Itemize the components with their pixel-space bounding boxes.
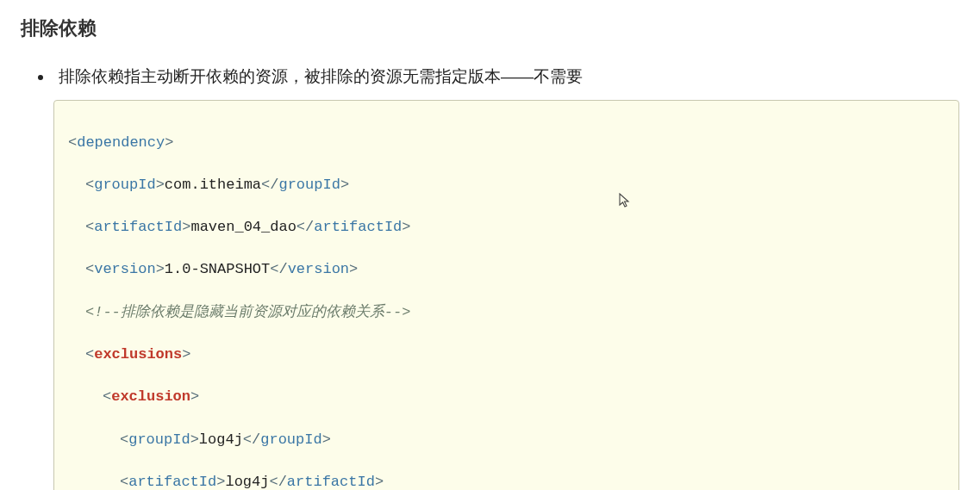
tag-artifactId: artifactId bbox=[94, 219, 182, 235]
tag-dependency: dependency bbox=[77, 134, 165, 151]
code-line: <artifactId>log4j</artifactId> bbox=[68, 472, 945, 490]
tag-exclusion: exclusion bbox=[111, 388, 190, 405]
code-line: <exclusion> bbox=[68, 387, 945, 408]
section-title: 排除依赖 bbox=[21, 16, 959, 41]
code-comment: <!--排除依赖是隐藏当前资源对应的依赖关系--> bbox=[68, 302, 945, 324]
code-line: <exclusions> bbox=[68, 344, 945, 366]
tag-groupId-close: groupId bbox=[260, 431, 321, 448]
tag-artifactId: artifactId bbox=[128, 474, 216, 490]
tag-groupId: groupId bbox=[128, 431, 190, 448]
tag-artifactId-close: artifactId bbox=[314, 219, 402, 235]
code-line: <version>1.0-SNAPSHOT</version> bbox=[68, 259, 945, 281]
version-value: 1.0-SNAPSHOT bbox=[165, 261, 270, 277]
code-line: <dependency> bbox=[68, 133, 945, 154]
groupId-value: com.itheima bbox=[165, 177, 261, 193]
code-block: <dependency> <groupId>com.itheima</group… bbox=[53, 100, 959, 490]
tag-version: version bbox=[94, 261, 155, 277]
excl1-artifactId: log4j bbox=[225, 474, 269, 490]
tag-artifactId-close: artifactId bbox=[287, 474, 375, 490]
code-line: <artifactId>maven_04_dao</artifactId> bbox=[68, 217, 945, 239]
code-line: <groupId>log4j</groupId> bbox=[68, 430, 945, 451]
tag-exclusions: exclusions bbox=[94, 346, 182, 363]
tag-groupId-close: groupId bbox=[278, 177, 340, 193]
artifactId-value: maven_04_dao bbox=[190, 219, 296, 235]
tag-version-close: version bbox=[288, 261, 349, 277]
excl1-groupId: log4j bbox=[199, 431, 243, 448]
code-line: <groupId>com.itheima</groupId> bbox=[68, 175, 945, 196]
bullet-item-1: 排除依赖指主动断开依赖的资源，被排除的资源无需指定版本——不需要 bbox=[53, 65, 959, 88]
tag-groupId: groupId bbox=[94, 177, 155, 193]
bullet-list: 排除依赖指主动断开依赖的资源，被排除的资源无需指定版本——不需要 bbox=[21, 65, 959, 88]
